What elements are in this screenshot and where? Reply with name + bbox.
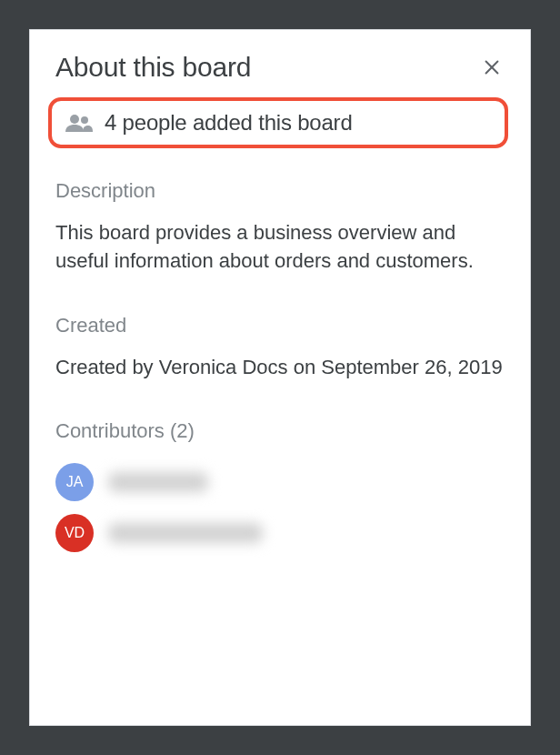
contributor-row: VD <box>55 514 505 552</box>
created-label: Created <box>55 314 505 337</box>
description-body: This board provides a business overview … <box>55 219 505 276</box>
about-board-panel: About this board 4 people added this boa… <box>29 29 531 726</box>
contributors-list: JA VD <box>55 463 505 552</box>
contributors-label: Contributors (2) <box>55 419 505 443</box>
svg-point-3 <box>81 116 88 124</box>
contributor-row: JA <box>55 463 505 501</box>
close-button[interactable] <box>479 55 505 80</box>
panel-header: About this board <box>55 52 505 83</box>
avatar: JA <box>55 463 94 501</box>
people-added-highlight: 4 people added this board <box>48 97 508 148</box>
contributor-name-redacted <box>108 472 208 492</box>
created-section: Created Created by Veronica Docs on Sept… <box>55 314 505 382</box>
contributors-section: Contributors (2) JA VD <box>55 419 505 552</box>
people-added-text: 4 people added this board <box>105 110 353 136</box>
description-section: Description This board provides a busine… <box>55 179 505 276</box>
close-icon <box>482 57 502 77</box>
description-label: Description <box>55 179 505 203</box>
avatar: VD <box>55 514 94 552</box>
people-icon <box>65 112 94 134</box>
contributor-name-redacted <box>108 523 263 543</box>
created-body: Created by Veronica Docs on September 26… <box>55 354 505 382</box>
panel-title: About this board <box>55 52 251 83</box>
svg-point-2 <box>70 115 79 124</box>
